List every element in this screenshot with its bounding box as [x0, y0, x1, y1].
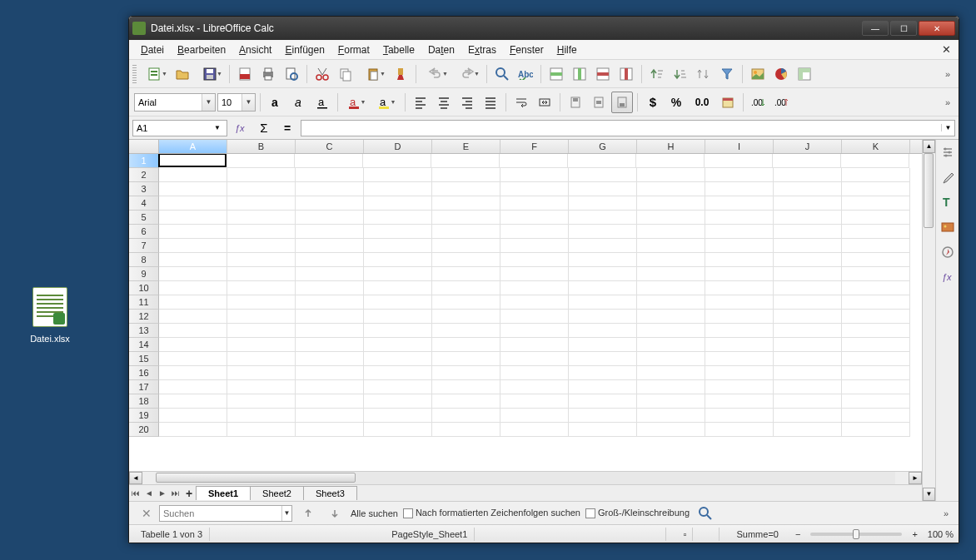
cell-J12[interactable]	[774, 310, 842, 324]
cell-J4[interactable]	[774, 196, 842, 211]
find-matchcase-checkbox[interactable]: Groß-/Kleinschreibung	[585, 508, 690, 518]
cell-D6[interactable]	[364, 225, 432, 239]
cell-J6[interactable]	[774, 225, 842, 239]
cell-J11[interactable]	[774, 295, 842, 310]
cell-C10[interactable]	[296, 281, 364, 295]
cell-H9[interactable]	[637, 267, 705, 281]
sidebar-settings-icon[interactable]	[939, 143, 957, 161]
vscroll-track[interactable]	[923, 153, 935, 488]
merge-cells-button[interactable]	[534, 92, 555, 113]
cell-K17[interactable]	[842, 380, 910, 394]
cell-C7[interactable]	[296, 239, 364, 253]
row-header-11[interactable]: 11	[129, 295, 159, 310]
cell-K12[interactable]	[842, 310, 910, 324]
font-name-combo[interactable]: ▼	[134, 93, 216, 112]
row-header-7[interactable]: 7	[129, 239, 159, 253]
cell-B15[interactable]	[227, 352, 296, 366]
column-header-B[interactable]: B	[227, 140, 296, 153]
cell-J3[interactable]	[774, 182, 842, 196]
cell-K8[interactable]	[842, 253, 910, 267]
toolbar-overflow-button[interactable]: »	[940, 69, 955, 79]
cell-C5[interactable]	[296, 211, 364, 225]
cell-I14[interactable]	[705, 338, 774, 352]
cell-K15[interactable]	[842, 352, 910, 366]
formula-input-container[interactable]: ▼	[301, 120, 955, 136]
scroll-up-button[interactable]: ▲	[923, 140, 935, 153]
align-right-button[interactable]	[456, 92, 478, 113]
row-header-17[interactable]: 17	[129, 380, 159, 394]
cell-H20[interactable]	[637, 423, 705, 437]
cell-H11[interactable]	[637, 295, 705, 310]
zoom-in-button[interactable]: +	[912, 529, 917, 539]
cell-A2[interactable]	[159, 168, 227, 182]
align-middle-button[interactable]	[588, 92, 610, 113]
cell-A3[interactable]	[159, 182, 227, 196]
cell-J15[interactable]	[774, 352, 842, 366]
name-box[interactable]: ▼	[132, 120, 227, 136]
print-button[interactable]	[257, 63, 279, 85]
find-replace-button[interactable]	[491, 63, 513, 85]
cell-K19[interactable]	[842, 409, 910, 423]
scroll-right-button[interactable]: ►	[909, 472, 922, 484]
zoom-thumb[interactable]	[853, 529, 859, 539]
cell-K2[interactable]	[842, 168, 910, 182]
cell-F17[interactable]	[500, 380, 569, 394]
tab-first-button[interactable]: ⏮	[129, 486, 142, 501]
status-selection-mode[interactable]: ▫	[676, 528, 693, 541]
cell-K1[interactable]	[841, 154, 909, 168]
cell-H16[interactable]	[637, 366, 705, 380]
print-preview-button[interactable]	[281, 63, 302, 85]
row-header-13[interactable]: 13	[129, 324, 159, 338]
column-header-D[interactable]: D	[364, 140, 432, 153]
cell-C18[interactable]	[296, 394, 364, 409]
autofilter-button[interactable]	[716, 63, 738, 85]
cell-E12[interactable]	[432, 310, 500, 324]
cell-A18[interactable]	[159, 394, 227, 409]
cell-C15[interactable]	[296, 352, 364, 366]
cell-G15[interactable]	[569, 352, 637, 366]
toolbar-overflow-button[interactable]: »	[940, 97, 955, 107]
row-header-6[interactable]: 6	[129, 225, 159, 239]
cell-reference-input[interactable]	[137, 123, 212, 133]
cell-F7[interactable]	[500, 239, 569, 253]
cell-C3[interactable]	[296, 182, 364, 196]
row-header-19[interactable]: 19	[129, 409, 159, 423]
font-color-button[interactable]: a▼	[342, 92, 371, 113]
cell-C20[interactable]	[296, 423, 364, 437]
row-header-3[interactable]: 3	[129, 182, 159, 196]
cell-D7[interactable]	[364, 239, 432, 253]
cell-D11[interactable]	[364, 295, 432, 310]
row-header-2[interactable]: 2	[129, 168, 159, 182]
minimize-button[interactable]: —	[862, 21, 889, 36]
cell-B8[interactable]	[227, 253, 296, 267]
cell-A20[interactable]	[159, 423, 227, 437]
cell-F4[interactable]	[500, 196, 569, 211]
open-button[interactable]	[172, 63, 193, 85]
insert-row-button[interactable]	[545, 63, 567, 85]
insert-pivot-button[interactable]	[794, 63, 815, 85]
cell-I17[interactable]	[705, 380, 774, 394]
tab-last-button[interactable]: ⏭	[169, 486, 182, 501]
cell-C1[interactable]	[295, 154, 363, 168]
cell-I20[interactable]	[705, 423, 774, 437]
cell-K10[interactable]	[842, 281, 910, 295]
status-sum[interactable]: Summe=0	[730, 528, 784, 541]
delete-column-button[interactable]	[615, 63, 637, 85]
cell-G1[interactable]	[568, 154, 636, 168]
cell-J1[interactable]	[773, 154, 841, 168]
row-header-14[interactable]: 14	[129, 338, 159, 352]
row-header-16[interactable]: 16	[129, 366, 159, 380]
cell-B17[interactable]	[227, 380, 296, 394]
cell-H7[interactable]	[637, 239, 705, 253]
cell-F3[interactable]	[500, 182, 569, 196]
cell-F2[interactable]	[500, 168, 569, 182]
new-button[interactable]: ▼	[140, 63, 170, 85]
cell-G6[interactable]	[569, 225, 637, 239]
font-name-dropdown[interactable]: ▼	[202, 94, 215, 111]
cell-A15[interactable]	[159, 352, 227, 366]
cell-I11[interactable]	[705, 295, 774, 310]
find-formatted-checkbox[interactable]: Nach formatierten Zeichenfolgen suchen	[403, 508, 580, 518]
status-insert-mode[interactable]	[650, 528, 666, 541]
row-header-18[interactable]: 18	[129, 394, 159, 409]
column-header-K[interactable]: K	[842, 140, 910, 153]
